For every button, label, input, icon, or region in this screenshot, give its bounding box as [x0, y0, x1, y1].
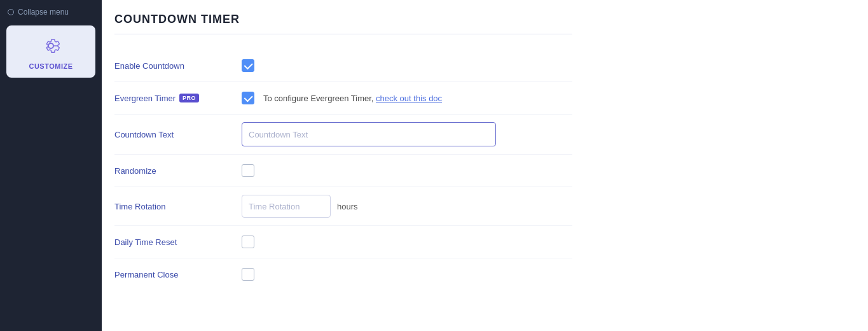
permanent-close-label: Permanent Close	[114, 270, 242, 279]
countdown-text-label: Countdown Text	[114, 130, 242, 139]
collapse-menu-label: Collapse menu	[18, 8, 69, 17]
randomize-control	[242, 164, 572, 177]
sidebar-customize-item[interactable]: CUSTOMIZE	[6, 25, 95, 78]
customize-label: CUSTOMIZE	[29, 62, 72, 70]
evergreen-timer-row: Evergreen Timer PRO To configure Evergre…	[114, 82, 572, 114]
collapse-menu-item[interactable]: Collapse menu	[0, 5, 76, 19]
randomize-label: Randomize	[114, 166, 242, 176]
hours-label: hours	[337, 202, 358, 211]
collapse-icon	[8, 9, 14, 15]
evergreen-timer-control: To configure Evergreen Timer, check out …	[242, 92, 572, 104]
daily-time-reset-checkbox[interactable]	[242, 236, 254, 248]
time-rotation-label: Time Rotation	[114, 202, 242, 211]
countdown-text-control	[242, 122, 572, 146]
gear-icon	[38, 33, 64, 59]
daily-time-reset-control	[242, 236, 572, 248]
countdown-text-input[interactable]	[242, 122, 496, 146]
page-title: COUNTDOWN TIMER	[114, 13, 572, 34]
countdown-text-row: Countdown Text	[114, 115, 572, 154]
daily-time-reset-row: Daily Time Reset	[114, 226, 572, 258]
enable-countdown-label: Enable Countdown	[114, 61, 242, 71]
time-rotation-input[interactable]	[242, 195, 331, 218]
main-content: COUNTDOWN TIMER Enable Countdown Evergre…	[102, 0, 868, 331]
evergreen-timer-label: Evergreen Timer PRO	[114, 94, 242, 103]
enable-countdown-control	[242, 59, 572, 72]
evergreen-helper-text: To configure Evergreen Timer, check out …	[263, 94, 442, 103]
randomize-row: Randomize	[114, 155, 572, 187]
evergreen-timer-checkbox[interactable]	[242, 92, 254, 104]
permanent-close-row: Permanent Close	[114, 258, 572, 290]
pro-badge: PRO	[179, 94, 199, 102]
daily-time-reset-label: Daily Time Reset	[114, 237, 242, 247]
time-rotation-control: hours	[242, 195, 572, 218]
permanent-close-control	[242, 268, 572, 281]
permanent-close-checkbox[interactable]	[242, 268, 254, 281]
sidebar: Collapse menu CUSTOMIZE	[0, 0, 102, 331]
evergreen-doc-link[interactable]: check out this doc	[376, 94, 442, 103]
randomize-checkbox[interactable]	[242, 164, 254, 177]
enable-countdown-checkbox[interactable]	[242, 59, 254, 72]
enable-countdown-row: Enable Countdown	[114, 50, 572, 81]
time-rotation-row: Time Rotation hours	[114, 187, 572, 225]
